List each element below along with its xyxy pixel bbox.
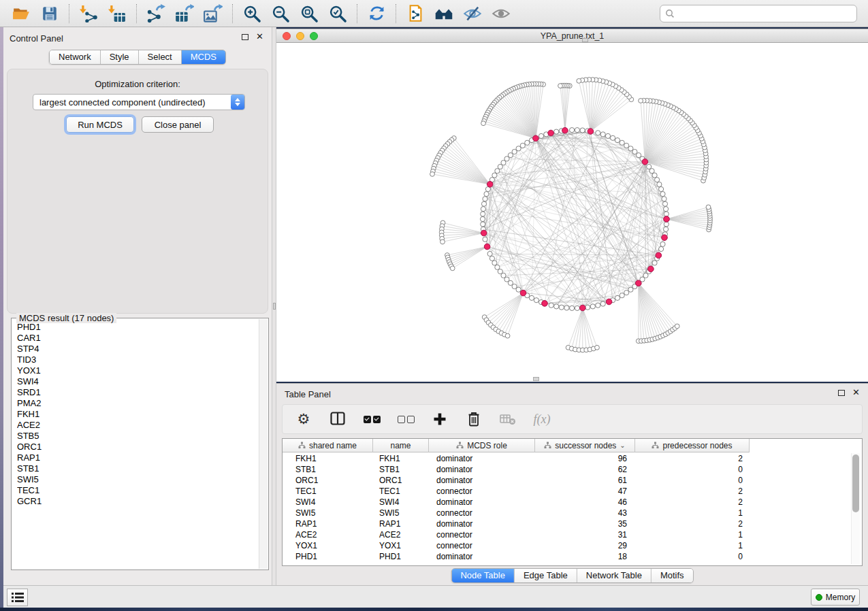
splitter-grip[interactable]	[273, 303, 276, 310]
network-canvas[interactable]	[276, 43, 868, 382]
tab-style[interactable]: Style	[101, 50, 139, 64]
tab-network-table[interactable]: Network Table	[577, 569, 652, 582]
deselect-all-icon[interactable]	[397, 410, 415, 428]
tab-motifs[interactable]: Motifs	[652, 569, 693, 582]
table-cell: RAP1	[283, 518, 373, 529]
table-row[interactable]: STB1STB1dominator620	[283, 464, 750, 475]
delete-table-icon[interactable]	[499, 410, 517, 428]
save-session-icon[interactable]	[39, 3, 60, 24]
column-header-shared-name[interactable]: shared name	[283, 439, 373, 452]
network-from-file-icon[interactable]	[405, 3, 425, 24]
table-scrollbar-thumb[interactable]	[852, 455, 859, 512]
select-all-icon[interactable]	[363, 410, 381, 428]
table-settings-gear-icon[interactable]: ⚙	[295, 410, 312, 428]
tab-network[interactable]: Network	[50, 50, 101, 64]
mcds-result-item[interactable]: ORC1	[17, 442, 257, 452]
zoom-out-icon[interactable]	[270, 3, 291, 24]
toolbar-separator	[396, 4, 396, 23]
tab-mcds[interactable]: MCDS	[182, 50, 225, 64]
zoom-selected-icon[interactable]	[327, 3, 348, 24]
mcds-result-item[interactable]: ACE2	[17, 420, 257, 431]
show-columns-icon[interactable]	[329, 410, 347, 428]
search-neighbors-icon[interactable]	[434, 3, 454, 24]
mcds-result-item[interactable]: TID3	[17, 354, 257, 365]
table-row[interactable]: TEC1TEC1connector472	[283, 486, 750, 497]
mcds-result-item[interactable]: SRD1	[17, 387, 257, 398]
table-row[interactable]: PHD1PHD1dominator180	[283, 551, 750, 562]
table-cell: dominator	[429, 453, 535, 464]
tab-node-table[interactable]: Node Table	[451, 569, 515, 582]
run-mcds-button[interactable]: Run MCDS	[66, 116, 134, 133]
table-row[interactable]: ACE2ACE2connector311	[283, 529, 750, 540]
mcds-result-item[interactable]: RAP1	[17, 452, 257, 463]
refresh-layout-icon[interactable]	[366, 3, 387, 24]
mcds-result-item[interactable]: PHD1	[17, 322, 257, 333]
search-input[interactable]	[678, 9, 852, 18]
mcds-result-item[interactable]: GCR1	[17, 496, 257, 507]
tab-select[interactable]: Select	[139, 50, 182, 64]
splitter-grip[interactable]	[533, 377, 539, 381]
table-toolbar: ⚙ f(x)	[282, 404, 863, 434]
table-cell: PHD1	[373, 551, 429, 562]
close-panel-button[interactable]: Close panel	[142, 116, 214, 133]
mcds-result-scrollbar[interactable]	[259, 319, 268, 569]
task-history-button[interactable]	[7, 589, 28, 606]
export-table-icon[interactable]	[174, 3, 195, 24]
table-row[interactable]: FKH1FKH1dominator962	[283, 453, 750, 464]
control-panel-title: Control Panel	[10, 33, 63, 44]
column-header-successor-nodes[interactable]: successor nodes ⌄	[535, 439, 635, 452]
mcds-result-item[interactable]: STB5	[17, 431, 257, 442]
table-row[interactable]: SWI5SWI5connector431	[283, 508, 750, 518]
float-panel-icon[interactable]	[838, 390, 845, 396]
network-search-box[interactable]	[660, 5, 857, 22]
table-row[interactable]: ORC1ORC1dominator610	[283, 475, 750, 486]
memory-button[interactable]: Memory	[811, 589, 860, 606]
export-image-icon[interactable]	[203, 3, 223, 24]
table-cell: 29	[535, 540, 635, 551]
mcds-result-item[interactable]: PMA2	[17, 398, 257, 409]
column-header-name[interactable]: name	[373, 439, 429, 452]
search-icon	[665, 9, 675, 18]
export-network-icon[interactable]	[146, 3, 166, 24]
mcds-result-item[interactable]: STB1	[17, 463, 257, 474]
table-cell: 96	[535, 453, 635, 464]
function-builder-icon[interactable]: f(x)	[533, 410, 551, 428]
table-cell: 2	[635, 486, 750, 497]
mcds-result-item[interactable]: CAR1	[17, 333, 257, 344]
import-network-icon[interactable]	[78, 3, 99, 24]
mcds-result-list[interactable]: PHD1CAR1STP4TID3YOX1SWI4SRD1PMA2FKH1ACE2…	[17, 322, 257, 567]
panel-splitter-vertical[interactable]	[272, 27, 276, 585]
close-panel-icon[interactable]: ✕	[256, 33, 263, 40]
table-cell: TEC1	[373, 486, 429, 497]
control-panel-tab-bar: Network Style Select MCDS	[49, 50, 226, 65]
column-header-predecessor-nodes[interactable]: predecessor nodes	[635, 439, 750, 452]
import-table-icon[interactable]	[107, 3, 127, 24]
tab-edge-table[interactable]: Edge Table	[515, 569, 577, 582]
mcds-result-item[interactable]: YOX1	[17, 365, 257, 376]
mcds-result-item[interactable]: FKH1	[17, 409, 257, 420]
network-window-titlebar[interactable]: YPA_prune.txt_1	[276, 29, 868, 43]
table-cell: FKH1	[373, 453, 429, 464]
open-file-icon[interactable]	[11, 3, 31, 24]
show-all-eye-icon[interactable]	[491, 3, 511, 24]
table-row[interactable]: SWI4SWI4dominator462	[283, 497, 750, 508]
add-column-plus-icon[interactable]	[431, 410, 449, 428]
node-table-header: shared name name MCDS role successor nod…	[283, 439, 750, 452]
column-header-mcds-role[interactable]: MCDS role	[429, 439, 535, 452]
table-scrollbar[interactable]	[851, 453, 860, 564]
splitter-grip[interactable]	[582, 38, 588, 42]
table-row[interactable]: YOX1YOX1connector291	[283, 540, 750, 551]
float-panel-icon[interactable]	[242, 34, 248, 40]
mcds-result-item[interactable]: SWI5	[17, 474, 257, 485]
zoom-fit-icon[interactable]	[299, 3, 319, 24]
close-panel-icon[interactable]: ✕	[852, 389, 860, 396]
table-cell: RAP1	[373, 518, 429, 529]
table-row[interactable]: RAP1RAP1dominator352	[283, 518, 750, 529]
zoom-in-icon[interactable]	[242, 3, 262, 24]
hide-selected-eye-slash-icon[interactable]	[462, 3, 483, 24]
optimization-criterion-select[interactable]: largest connected component (undirected)	[33, 94, 245, 110]
mcds-result-item[interactable]: STP4	[17, 344, 257, 354]
delete-column-trash-icon[interactable]	[465, 410, 483, 428]
mcds-result-item[interactable]: TEC1	[17, 485, 257, 496]
mcds-result-item[interactable]: SWI4	[17, 376, 257, 387]
